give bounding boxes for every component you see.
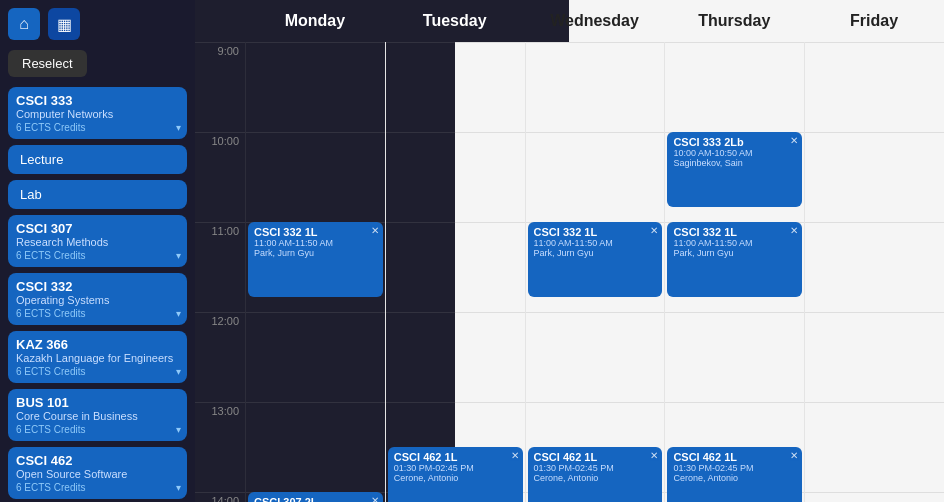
calendar-event[interactable]: CSCI 462 1L 01:30 PM-02:45 PM Cerone, An… [667,447,802,502]
calendar-event[interactable]: CSCI 332 1L 11:00 AM-11:50 AM Park, Jurn… [248,222,383,297]
time-slot-11: 11:00 [195,222,245,312]
sidebar-top: ⌂ ▦ [8,8,187,40]
course-name: Core Course in Business [16,410,179,422]
chevron-down-icon: ▾ [176,308,181,319]
calendar-event[interactable]: CSCI 333 2Lb 10:00 AM-10:50 AM Saginbeko… [667,132,802,207]
lab-button[interactable]: Lab [8,180,187,209]
calendar-event[interactable]: CSCI 462 1L 01:30 PM-02:45 PM Cerone, An… [528,447,663,502]
sidebar-course-csci332[interactable]: CSCI 332 Operating Systems 6 ECTS Credit… [8,273,187,325]
course-name: Research Methods [16,236,179,248]
course-name: Kazakh Language for Engineers [16,352,179,364]
course-credits: 6 ECTS Credits [16,482,179,493]
lecture-button[interactable]: Lecture [8,145,187,174]
sidebar: ⌂ ▦ Reselect CSCI 333 Computer Networks … [0,0,195,502]
calendar-event[interactable]: CSCI 332 1L 11:00 AM-11:50 AM Park, Jurn… [528,222,663,297]
chevron-down-icon: ▾ [176,366,181,377]
course-name: Open Source Software [16,468,179,480]
close-icon[interactable]: ✕ [790,450,798,461]
course-code: CSCI 333 [16,93,179,108]
close-icon[interactable]: ✕ [790,135,798,146]
calendar-event[interactable]: CSCI 307 2L 02:00 PM-02:50 PM Lewis, Mic… [248,492,383,502]
close-icon[interactable]: ✕ [511,450,519,461]
course-credits: 6 ECTS Credits [16,250,179,261]
close-icon[interactable]: ✕ [650,450,658,461]
time-slot-13: 13:00 [195,402,245,492]
time-slot-9: 9:00 [195,42,245,132]
thursday-column: CSCI 333 2Lb 10:00 AM-10:50 AM Saginbeko… [664,42,804,502]
time-slot-10: 10:00 [195,132,245,222]
header-wednesday: Wednesday [525,0,665,42]
calendar: Monday Tuesday Wednesday Thursday Friday… [195,0,944,502]
header-monday: Monday [245,0,385,42]
tuesday-column: CSCI 462 1L 01:30 PM-02:45 PM Cerone, An… [385,42,525,502]
course-credits: 6 ECTS Credits [16,308,179,319]
calendar-event[interactable]: CSCI 332 1L 11:00 AM-11:50 AM Park, Jurn… [667,222,802,297]
chevron-down-icon: ▾ [176,250,181,261]
chevron-down-icon: ▾ [176,482,181,493]
calendar-header: Monday Tuesday Wednesday Thursday Friday [195,0,944,42]
calendar-body: 9:00 10:00 11:00 12:00 13:00 14:00 15:00… [195,42,944,502]
course-credits: 6 ECTS Credits [16,366,179,377]
monday-column: CSCI 332 1L 11:00 AM-11:50 AM Park, Jurn… [245,42,385,502]
calendar-event[interactable]: CSCI 462 1L 01:30 PM-02:45 PM Cerone, An… [388,447,523,502]
chevron-down-icon: ▾ [176,424,181,435]
course-code: CSCI 307 [16,221,179,236]
chevron-down-icon: ▾ [176,122,181,133]
wednesday-column: CSCI 332 1L 11:00 AM-11:50 AM Park, Jurn… [525,42,665,502]
course-credits: 6 ECTS Credits [16,122,179,133]
course-code: KAZ 366 [16,337,179,352]
home-button[interactable]: ⌂ [8,8,40,40]
course-code: CSCI 462 [16,453,179,468]
sidebar-course-bus101[interactable]: BUS 101 Core Course in Business 6 ECTS C… [8,389,187,441]
reselect-button[interactable]: Reselect [8,50,87,77]
sidebar-course-csci462[interactable]: CSCI 462 Open Source Software 6 ECTS Cre… [8,447,187,499]
course-code: BUS 101 [16,395,179,410]
friday-column [804,42,944,502]
course-name: Operating Systems [16,294,179,306]
close-icon[interactable]: ✕ [650,225,658,236]
calendar-button[interactable]: ▦ [48,8,80,40]
course-name: Computer Networks [16,108,179,120]
header-tuesday: Tuesday [385,0,525,42]
time-slot-12: 12:00 [195,312,245,402]
sidebar-course-csci333[interactable]: CSCI 333 Computer Networks 6 ECTS Credit… [8,87,187,139]
header-friday: Friday [804,0,944,42]
close-icon[interactable]: ✕ [371,225,379,236]
header-thursday: Thursday [664,0,804,42]
course-code: CSCI 332 [16,279,179,294]
close-icon[interactable]: ✕ [790,225,798,236]
time-slot-14: 14:00 [195,492,245,502]
course-credits: 6 ECTS Credits [16,424,179,435]
time-column: 9:00 10:00 11:00 12:00 13:00 14:00 15:00… [195,42,245,502]
close-icon[interactable]: ✕ [371,495,379,502]
sidebar-course-kaz366[interactable]: KAZ 366 Kazakh Language for Engineers 6 … [8,331,187,383]
sidebar-course-csci307[interactable]: CSCI 307 Research Methods 6 ECTS Credits… [8,215,187,267]
